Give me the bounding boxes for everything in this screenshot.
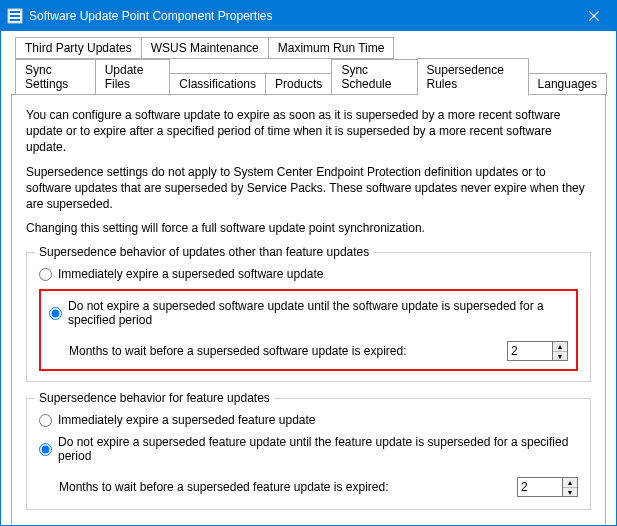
months-input-nonfeature[interactable] xyxy=(508,342,552,360)
spinner-buttons-nonfeature: ▲ ▼ xyxy=(552,342,567,360)
description-1: You can configure a software update to e… xyxy=(26,107,591,156)
group-non-feature: Supersedence behavior of updates other t… xyxy=(26,252,591,382)
tab-page-supersedence: You can configure a software update to e… xyxy=(11,94,606,526)
radio-wait-feature[interactable] xyxy=(39,443,52,456)
description-2: Supersedence settings do not apply to Sy… xyxy=(26,164,591,213)
group-non-feature-legend: Supersedence behavior of updates other t… xyxy=(35,245,373,259)
spinner-down-nonfeature[interactable]: ▼ xyxy=(553,351,567,360)
close-icon xyxy=(589,11,599,21)
tab-third-party-updates[interactable]: Third Party Updates xyxy=(15,37,142,59)
spinner-buttons-feature: ▲ ▼ xyxy=(562,478,577,496)
months-spinner-feature: ▲ ▼ xyxy=(517,477,578,497)
group-feature-legend: Supersedence behavior for feature update… xyxy=(35,391,274,405)
radio-wait-feature-row[interactable]: Do not expire a superseded feature updat… xyxy=(39,435,578,463)
tab-wsus-maintenance[interactable]: WSUS Maintenance xyxy=(141,37,269,59)
app-icon xyxy=(7,8,23,24)
spinner-down-feature[interactable]: ▼ xyxy=(563,487,577,496)
tab-products[interactable]: Products xyxy=(265,73,332,95)
months-input-feature[interactable] xyxy=(518,478,562,496)
tab-sync-schedule[interactable]: Sync Schedule xyxy=(331,59,417,95)
radio-wait-nonfeature-row[interactable]: Do not expire a superseded software upda… xyxy=(49,299,568,327)
tab-languages[interactable]: Languages xyxy=(528,73,607,95)
radio-immediate-feature[interactable] xyxy=(39,414,52,427)
months-row-nonfeature: Months to wait before a superseded softw… xyxy=(69,341,568,361)
spinner-up-nonfeature[interactable]: ▲ xyxy=(553,342,567,351)
group-feature: Supersedence behavior for feature update… xyxy=(26,398,591,510)
client-area: Third Party Updates WSUS Maintenance Max… xyxy=(1,31,616,526)
tab-update-files[interactable]: Update Files xyxy=(95,59,171,95)
months-label-feature: Months to wait before a superseded featu… xyxy=(59,480,517,494)
close-button[interactable] xyxy=(572,1,616,31)
window-title: Software Update Point Component Properti… xyxy=(29,9,572,23)
months-spinner-nonfeature: ▲ ▼ xyxy=(507,341,568,361)
tabs-row-2: Sync Settings Update Files Classificatio… xyxy=(11,58,606,95)
tab-maximum-run-time[interactable]: Maximum Run Time xyxy=(268,37,395,59)
radio-immediate-feature-label: Immediately expire a superseded feature … xyxy=(58,413,316,427)
radio-immediate-nonfeature-row[interactable]: Immediately expire a superseded software… xyxy=(39,267,578,281)
tab-supersedence-rules[interactable]: Supersedence Rules xyxy=(417,58,529,96)
spinner-up-feature[interactable]: ▲ xyxy=(563,478,577,487)
radio-wait-feature-label: Do not expire a superseded feature updat… xyxy=(58,435,578,463)
tab-sync-settings[interactable]: Sync Settings xyxy=(15,59,96,95)
highlight-box: Do not expire a superseded software upda… xyxy=(39,289,578,371)
titlebar: Software Update Point Component Properti… xyxy=(1,1,616,31)
svg-rect-3 xyxy=(10,19,20,21)
months-row-feature: Months to wait before a superseded featu… xyxy=(59,477,578,497)
svg-rect-2 xyxy=(10,15,20,17)
months-label-nonfeature: Months to wait before a superseded softw… xyxy=(69,344,507,358)
svg-rect-1 xyxy=(10,11,20,13)
radio-wait-nonfeature-label: Do not expire a superseded software upda… xyxy=(68,299,568,327)
window: Software Update Point Component Properti… xyxy=(0,0,617,526)
radio-immediate-nonfeature[interactable] xyxy=(39,268,52,281)
radio-wait-nonfeature[interactable] xyxy=(49,307,62,320)
radio-immediate-nonfeature-label: Immediately expire a superseded software… xyxy=(58,267,323,281)
tab-classifications[interactable]: Classifications xyxy=(169,73,266,95)
radio-immediate-feature-row[interactable]: Immediately expire a superseded feature … xyxy=(39,413,578,427)
tabs-row-1: Third Party Updates WSUS Maintenance Max… xyxy=(11,37,606,59)
description-3: Changing this setting will force a full … xyxy=(26,220,591,236)
